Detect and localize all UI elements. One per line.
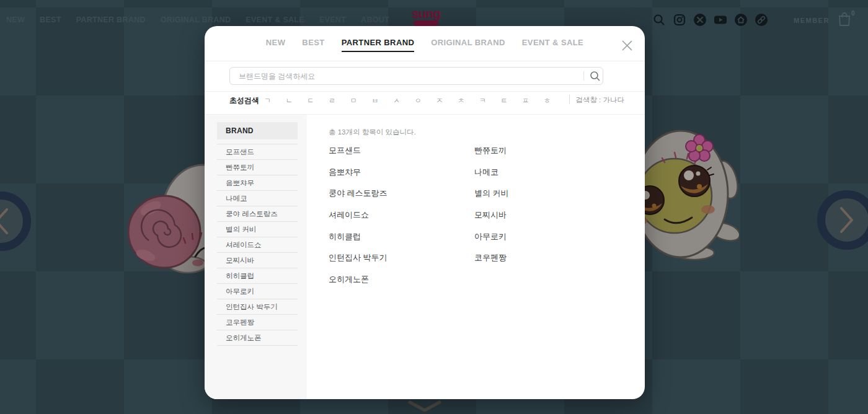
chosung-consonant[interactable]: ㅇ: [415, 96, 422, 105]
store-icon[interactable]: [734, 13, 748, 27]
brand-search-input[interactable]: [229, 67, 603, 85]
brand-link[interactable]: 모프샌드: [329, 145, 474, 167]
sidebar-brand-item[interactable]: 음뽀챠무: [217, 175, 298, 190]
brand-result-grid: 모프샌드빤쮸토끼음뽀챠무나메코쿵야 레스토랑즈별의 커비셔레이드쇼모찌시바히히클…: [329, 145, 620, 296]
brand-link[interactable]: 셔레이드쇼: [329, 209, 474, 231]
brand-link[interactable]: 쿵야 레스토랑즈: [329, 188, 474, 209]
sidebar-brand-item[interactable]: 셔레이드쇼: [217, 237, 298, 252]
chosung-consonant[interactable]: ㅊ: [458, 96, 464, 105]
modal-tab[interactable]: NEW: [266, 35, 286, 52]
cart-bag-icon: [837, 11, 852, 27]
chosung-consonant[interactable]: ㄴ: [286, 96, 293, 105]
nav-item[interactable]: NEW: [6, 15, 25, 24]
chosung-consonant[interactable]: ㅎ: [544, 96, 551, 105]
sidebar-brand-item[interactable]: 나메코: [217, 190, 298, 206]
link-icon[interactable]: [755, 13, 768, 27]
brand-link[interactable]: 인턴집사 박두기: [329, 252, 474, 274]
chosung-consonant[interactable]: ㅌ: [501, 96, 508, 105]
brand-link[interactable]: 아무로키: [474, 231, 620, 253]
modal-tab-bar: NEWBESTPARTNER BRANDORIGINAL BRANDEVENT …: [205, 26, 645, 61]
nav-item[interactable]: ORIGINAL BRAND: [161, 15, 231, 24]
nav-item[interactable]: BEST: [40, 15, 61, 24]
search-icon: [590, 71, 601, 82]
modal-tab[interactable]: EVENT & SALE: [522, 35, 583, 52]
brand-link[interactable]: 나메코: [474, 167, 620, 188]
chevron-right-icon: [838, 206, 856, 234]
brand-link[interactable]: 음뽀챠무: [329, 167, 474, 188]
nav-item[interactable]: EVENT & SALE: [246, 15, 304, 24]
chosung-consonant[interactable]: ㅋ: [479, 96, 486, 105]
chosung-consonant[interactable]: ㅂ: [371, 96, 378, 105]
nav-item[interactable]: ABOUT: [361, 15, 389, 24]
search-row-divider: [205, 91, 645, 92]
brand-link[interactable]: 오히게노폰: [329, 274, 474, 296]
onion-character-illustration: [632, 117, 739, 260]
instagram-icon[interactable]: [673, 13, 686, 27]
cart-count-badge: 0: [851, 10, 855, 17]
brand-link[interactable]: 별의 커비: [474, 188, 620, 209]
search-separator: [583, 71, 584, 81]
chosung-consonant[interactable]: ㄷ: [307, 96, 314, 105]
scroll-down-icon: [408, 400, 441, 413]
chosung-consonant-list: ㄱㄴㄷㄹㅁㅂㅅㅇㅈㅊㅋㅌㅍㅎ: [264, 96, 551, 105]
brand-link[interactable]: 코우펜짱: [474, 252, 620, 274]
sidebar-brand-item[interactable]: 코우펜짱: [217, 314, 298, 330]
sidebar-brand-item[interactable]: 쿵야 레스토랑즈: [217, 206, 298, 221]
close-button[interactable]: [619, 37, 635, 53]
brand-search-button[interactable]: [587, 68, 603, 84]
modal-tab[interactable]: ORIGINAL BRAND: [431, 35, 505, 52]
tabs-divider: [205, 61, 645, 61]
main-nav: NEWBESTPARTNER BRANDORIGINAL BRANDEVENT …: [6, 15, 389, 24]
chosung-consonant[interactable]: ㄹ: [329, 96, 335, 105]
brand-link[interactable]: 모찌시바: [474, 209, 620, 231]
carousel-prev-button[interactable]: [0, 192, 31, 251]
brand-link[interactable]: 히히클럽: [329, 231, 474, 253]
result-count-text: 총 13개의 항목이 있습니다.: [329, 128, 416, 137]
site-logo[interactable]: sung: [403, 7, 449, 26]
sidebar-brand-item[interactable]: 오히게노폰: [217, 330, 298, 345]
chosung-search-label: 초성검색: [229, 95, 259, 106]
chosung-consonant[interactable]: ㄱ: [264, 96, 271, 105]
page-background: NEWBESTPARTNER BRANDORIGINAL BRANDEVENT …: [0, 0, 868, 414]
sidebar-brand-item[interactable]: 빤쮸토끼: [217, 159, 298, 175]
brand-sidebar: BRAND 모프샌드빤쮸토끼음뽀챠무나메코쿵야 레스토랑즈별의 커비셔레이드쇼모…: [205, 115, 307, 399]
chosung-consonant[interactable]: ㅅ: [393, 96, 400, 105]
modal-tab[interactable]: PARTNER BRAND: [342, 35, 415, 52]
sidebar-brand-list: 모프샌드빤쮸토끼음뽀챠무나메코쿵야 레스토랑즈별의 커비셔레이드쇼모찌시바히히클…: [217, 144, 298, 346]
brand-modal: NEWBESTPARTNER BRANDORIGINAL BRANDEVENT …: [205, 26, 645, 399]
close-icon: [621, 40, 633, 51]
sidebar-brand-item[interactable]: 아무로키: [217, 283, 298, 299]
youtube-icon[interactable]: [714, 13, 727, 27]
nav-item[interactable]: EVENT: [319, 15, 346, 24]
sidebar-title: BRAND: [217, 122, 298, 139]
nav-item[interactable]: PARTNER BRAND: [76, 15, 146, 24]
chosung-consonant[interactable]: ㅁ: [350, 96, 357, 105]
chosung-consonant[interactable]: ㅍ: [522, 96, 529, 105]
chosung-consonant[interactable]: ㅈ: [436, 96, 443, 105]
sidebar-brand-item[interactable]: 별의 커비: [217, 221, 298, 237]
brand-link[interactable]: 빤쮸토끼: [474, 145, 620, 167]
sort-order-label: 검색창 : 가나다: [575, 95, 624, 105]
member-link[interactable]: MEMBER: [794, 17, 830, 24]
chosung-separator: [569, 95, 570, 104]
logo-mark: [414, 20, 438, 26]
sidebar-brand-item[interactable]: 모찌시바: [217, 252, 298, 268]
sidebar-brand-item[interactable]: 모프샌드: [217, 144, 298, 159]
carousel-next-button[interactable]: [817, 190, 868, 250]
sidebar-brand-item[interactable]: 히히클럽: [217, 268, 298, 283]
snail-character-illustration: [126, 156, 208, 274]
search-icon[interactable]: [652, 13, 666, 27]
cart-button[interactable]: 0: [837, 11, 852, 30]
modal-tab[interactable]: BEST: [302, 35, 324, 52]
chevron-left-icon: [0, 207, 11, 236]
x-icon[interactable]: [693, 13, 707, 27]
header-icon-row: [652, 13, 768, 27]
sidebar-brand-item[interactable]: 인턴집사 박두기: [217, 299, 298, 314]
logo-text: sung: [403, 7, 449, 20]
